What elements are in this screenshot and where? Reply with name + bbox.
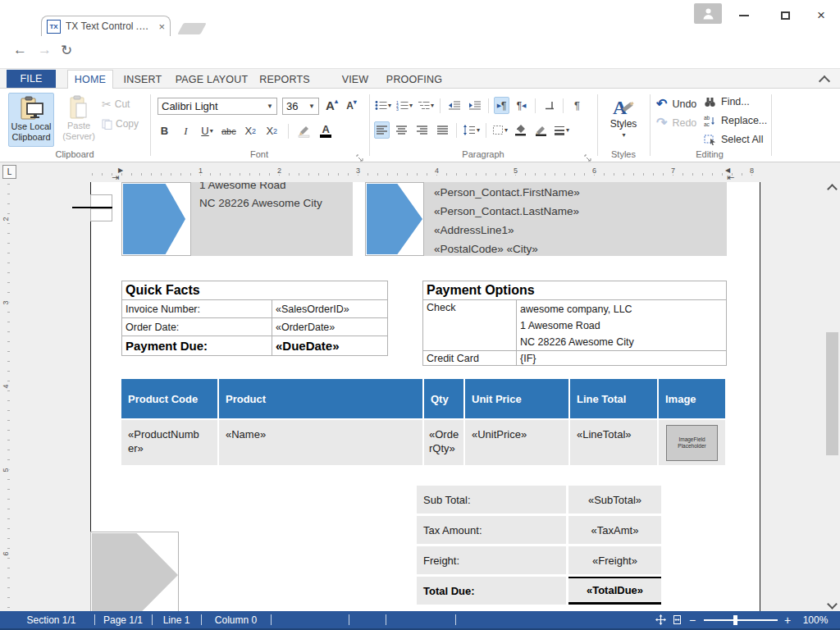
justify-button[interactable] (434, 121, 451, 139)
font-size-combo[interactable]: 36 ▼ (282, 98, 319, 115)
status-column[interactable]: Column 0 (201, 611, 271, 628)
grow-font-button[interactable]: A▴ (325, 97, 339, 114)
use-local-clipboard-button[interactable]: Use Local Clipboard (8, 93, 54, 147)
tab-page-layout[interactable]: PAGE LAYOUT (174, 70, 249, 89)
scroll-up-icon[interactable] (829, 184, 836, 191)
subtotal-row[interactable]: Sub Total: «SubTotal» (417, 486, 661, 514)
border-pen-icon[interactable] (532, 121, 550, 139)
ruler-number: 6 (591, 167, 598, 175)
status-page[interactable]: Page 1/1 (94, 611, 152, 628)
bold-button[interactable]: B (158, 122, 171, 139)
status-line[interactable]: Line 1 (152, 611, 201, 628)
line-spacing-button[interactable]: ▾ (462, 121, 481, 139)
strikethrough-button[interactable]: abc (221, 122, 236, 139)
undo-button[interactable]: ↶ Undo (656, 96, 696, 112)
line-weight-button[interactable]: ▾ (553, 121, 570, 139)
fit-page-button[interactable] (669, 611, 684, 628)
vertical-text-button[interactable] (541, 97, 558, 114)
bullet-list-button[interactable]: ▾ (374, 97, 392, 114)
superscript-button[interactable]: X2 (265, 122, 279, 139)
shrink-font-label: A (346, 100, 354, 112)
italic-button[interactable]: I (179, 122, 193, 139)
svg-text:ac: ac (704, 121, 710, 126)
profile-button[interactable] (694, 3, 722, 24)
find-button[interactable]: Find... (704, 96, 750, 107)
sender-arrow-frame[interactable] (121, 182, 191, 256)
font-dialog-launcher-icon[interactable] (356, 151, 364, 159)
increase-indent-button[interactable] (466, 97, 483, 114)
ruler-number: 3 (354, 167, 362, 175)
zoom-level[interactable]: 100% (797, 611, 833, 628)
select-all-button[interactable]: Select All (704, 134, 763, 145)
margin-marker-left-icon[interactable]: ⇥ (112, 174, 119, 180)
sender-address-cell[interactable]: 1 Awesome Road NC 28226 Awesome City (191, 182, 353, 256)
recipient-arrow-frame[interactable] (365, 182, 424, 256)
product-table-row[interactable]: «ProductNumber» «Name» «OrderQty» «UnitP… (121, 420, 725, 465)
product-table-header[interactable]: Product Code Product Qty Unit Price Line… (121, 379, 725, 418)
sup-base: X (266, 125, 273, 137)
back-icon[interactable]: ← (13, 42, 27, 58)
new-tab-button[interactable] (177, 23, 206, 34)
zoom-in-button[interactable]: + (784, 611, 791, 628)
payment-options-table[interactable]: Payment Options Check awesome company, L… (422, 281, 727, 366)
forward-icon[interactable]: → (38, 42, 52, 58)
tax-label: Tax Amount: (417, 516, 566, 544)
vertical-ruler[interactable]: 2 3 4 5 6 (0, 182, 16, 611)
tab-view[interactable]: VIEW (336, 70, 374, 89)
multilevel-list-button[interactable]: ▾ (417, 97, 435, 114)
browser-tab[interactable]: TX TX Text Control .NET Serv × (41, 16, 171, 36)
borders-button[interactable]: ▾ (491, 121, 509, 139)
recipient-address-cell[interactable]: «Person_Contact.FirstName» «Person_Conta… (424, 182, 727, 256)
highlight-button[interactable] (298, 122, 312, 139)
col-unit-price: Unit Price (465, 379, 568, 418)
quick-facts-table[interactable]: Quick Facts Invoice Number: «SalesOrderI… (121, 281, 388, 356)
right-to-left-button[interactable]: ¶◀ (513, 97, 530, 114)
footer-arrow-frame[interactable] (90, 532, 179, 611)
show-marks-button[interactable]: ¶ (568, 97, 586, 114)
align-left-button[interactable] (374, 121, 390, 139)
zoom-slider-track[interactable] (704, 619, 778, 621)
window-close-button[interactable]: × (804, 5, 838, 26)
ruler-number: 4 (433, 167, 441, 175)
tab-selector-box[interactable]: L (2, 165, 16, 179)
col-product-code: Product Code (121, 379, 217, 418)
vertical-scrollbar-thumb[interactable] (826, 332, 838, 455)
underline-button[interactable]: U▾ (200, 122, 214, 139)
total-due-row[interactable]: Total Due: «TotalDue» (417, 577, 661, 605)
reload-icon[interactable]: ↻ (61, 42, 72, 59)
styles-button[interactable]: A Styles ▾ (602, 93, 645, 150)
window-maximize-button[interactable] (768, 5, 802, 26)
freight-row[interactable]: Freight: «Freight» (417, 546, 661, 574)
font-family-combo[interactable]: Calibri Light ▼ (158, 98, 277, 115)
replace-icon: ab ac (704, 115, 716, 126)
align-center-button[interactable] (393, 121, 410, 139)
replace-button[interactable]: ab ac Replace... (704, 115, 767, 126)
payment-due-label: Payment Due: (122, 336, 272, 355)
tab-file[interactable]: FILE (7, 70, 56, 88)
tax-row[interactable]: Tax Amount: «TaxAmt» (417, 516, 661, 544)
zoom-out-button[interactable]: − (689, 611, 696, 628)
scroll-down-icon[interactable] (829, 599, 836, 606)
decrease-indent-button[interactable] (445, 97, 463, 114)
status-section[interactable]: Section 1/1 (8, 611, 94, 628)
align-right-button[interactable] (413, 121, 431, 139)
ribbon-collapse-chevron-icon[interactable] (819, 75, 830, 84)
tab-reports[interactable]: REPORTS (258, 70, 312, 89)
paragraph-dialog-launcher-icon[interactable] (584, 151, 592, 159)
tab-home[interactable]: HOME (67, 70, 113, 89)
document-area: L 1 2 3 4 5 6 7 8 ▶ ◀ ⇥ ⇤ 2 3 4 5 6 (0, 162, 840, 611)
margin-marker-right-icon[interactable]: ⇤ (727, 174, 734, 180)
tab-proofing[interactable]: PROOFING (384, 70, 445, 89)
tab-close-icon[interactable]: × (158, 21, 165, 33)
left-to-right-button[interactable]: ▶¶ (494, 97, 509, 114)
zoom-slider-thumb[interactable] (733, 615, 737, 625)
subscript-button[interactable]: X2 (244, 122, 258, 139)
font-color-button[interactable]: A (319, 122, 333, 139)
fit-window-button[interactable] (653, 611, 668, 628)
shrink-font-button[interactable]: A▾ (345, 97, 358, 114)
horizontal-ruler[interactable]: 1 2 3 4 5 6 7 8 ▶ ◀ (90, 165, 763, 179)
shading-bucket-icon[interactable] (512, 121, 529, 139)
window-minimize-button[interactable] (727, 5, 761, 26)
tab-insert[interactable]: INSERT (120, 70, 166, 89)
numbered-list-button[interactable]: 123▾ (395, 97, 413, 114)
